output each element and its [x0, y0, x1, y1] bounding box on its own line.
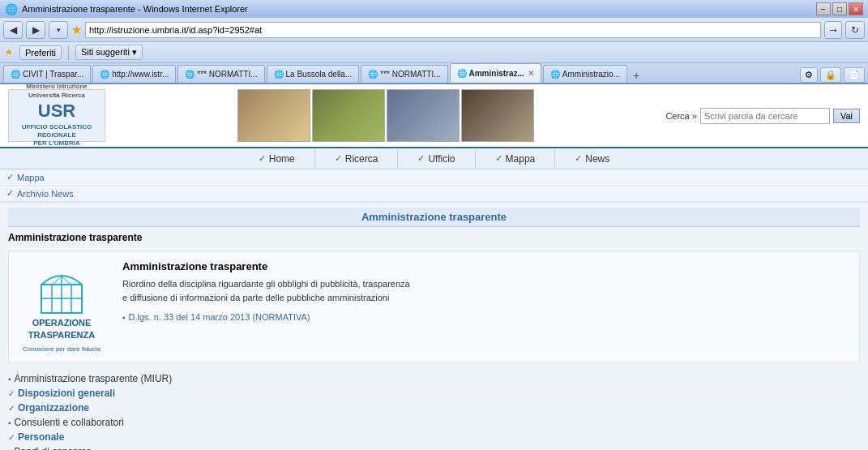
site-photo-1	[237, 89, 310, 142]
menu-link-consulenti[interactable]: Consulenti e collaboratori	[15, 417, 124, 428]
mappa-arrow: ✓	[6, 172, 14, 182]
window-controls: − □ ✕	[816, 2, 863, 15]
maximize-button[interactable]: □	[832, 2, 847, 15]
favorites-bar: ★ Preferiti Siti suggeriti ▾	[0, 42, 868, 63]
site-nav: ✓ Home ✓ Ricerca ✓ Ufficio ✓ Mappa ✓ New…	[0, 148, 868, 169]
ie-safety-button[interactable]: 🔒	[820, 67, 841, 83]
nav-mappa[interactable]: ✓ Mappa	[476, 150, 556, 168]
menu-icon-personale: ✓	[8, 433, 15, 442]
site-logo: Ministero IstruzioneUniversità Ricerca U…	[8, 89, 105, 142]
breadcrumb-mappa-link[interactable]: Mappa	[17, 173, 45, 182]
nav-home-label: Home	[269, 153, 295, 165]
op-description: Riordino della disciplina riguardante gl…	[122, 277, 851, 304]
operazione-box: OPERAZIONE TRASPARENZA Conoscere per dar…	[8, 251, 860, 363]
address-input[interactable]	[85, 22, 821, 38]
new-tab-button[interactable]: +	[629, 68, 644, 83]
ricerca-check: ✓	[335, 153, 342, 164]
go-button[interactable]: →	[824, 21, 842, 39]
menu-link-bandi[interactable]: Bandi di concorso	[15, 446, 92, 450]
breadcrumb-mappa: ✓ Mappa	[0, 169, 868, 186]
tab-icon: 🌐	[457, 69, 467, 78]
menu-link-organizzazione[interactable]: Organizzazione	[18, 402, 89, 414]
site-photo-2	[312, 89, 385, 142]
nav-home[interactable]: ✓ Home	[239, 150, 315, 168]
forward-button[interactable]: ▶	[26, 21, 45, 39]
nav-ufficio[interactable]: ✓ Ufficio	[398, 150, 475, 168]
tab-icon: 🌐	[11, 70, 20, 79]
site-photo-4	[461, 89, 534, 142]
mappa-check: ✓	[495, 153, 502, 164]
normativa-link[interactable]: ▪ D.lgs. n. 33 del 14 marzo 2013 (NORMAT…	[122, 312, 851, 322]
tab-label: http://www.istr...	[112, 70, 169, 79]
op-logo: OPERAZIONE TRASPARENZA Conoscere per dar…	[17, 260, 106, 354]
tab-bussola[interactable]: 🌐 La Bussola della...	[267, 65, 360, 83]
menu-icon-disposizioni: ✓	[8, 389, 15, 398]
nav-news[interactable]: ✓ News	[555, 150, 629, 168]
menu-icon-consulenti: ▪	[8, 418, 11, 427]
close-button[interactable]: ✕	[849, 2, 863, 15]
siti-suggeriti-button[interactable]: Siti suggeriti ▾	[75, 45, 143, 60]
tab-amministraz-active[interactable]: 🌐 Amministraz... ✕	[450, 63, 541, 83]
menu-icon-miur: ▪	[8, 375, 11, 384]
nav-news-label: News	[585, 153, 609, 165]
favorites-label: Preferiti	[25, 48, 56, 58]
tab-civit[interactable]: 🌐 CIVIT | Traspar...	[3, 65, 91, 83]
back-button[interactable]: ◀	[3, 21, 23, 39]
tab-icon: 🌐	[185, 70, 195, 79]
tabs-bar: 🌐 CIVIT | Traspar... 🌐 http://www.istr..…	[0, 63, 868, 84]
menu-item-consulenti: ▪ Consulenti e collaboratori	[8, 415, 860, 430]
tab-icon: 🌐	[274, 70, 284, 79]
ie-page-button[interactable]: 📄	[844, 67, 865, 83]
window-icon: 🌐	[5, 3, 18, 15]
menu-item-organizzazione: ✓ Organizzazione	[8, 401, 860, 415]
dropdown-button[interactable]: ▾	[49, 21, 68, 39]
tab-label: CIVIT | Traspar...	[23, 70, 83, 79]
search-row: Cerca » Vai	[665, 108, 860, 124]
tab-icon: 🌐	[550, 70, 560, 79]
link-icon: ▪	[122, 313, 126, 322]
tab-normatti2[interactable]: 🌐 *** NORMATTI...	[361, 65, 447, 83]
menu-item-miur: ▪ Amministrazione trasparente (MIUR)	[8, 371, 860, 386]
minimize-button[interactable]: −	[816, 2, 831, 15]
address-bar: ◀ ▶ ▾ ★ → ↻	[0, 18, 868, 42]
menu-link-miur[interactable]: Amministrazione trasparente (MIUR)	[15, 373, 173, 384]
tab-label: La Bussola della...	[286, 70, 353, 79]
tab-amministrazio[interactable]: 🌐 Amministrazio...	[543, 65, 627, 83]
favorites-star-icon: ★	[5, 47, 13, 58]
menu-item-bandi: ▪ Bandi di concorso	[8, 444, 860, 450]
nav-ricerca[interactable]: ✓ Ricerca	[315, 150, 399, 168]
tab-icon: 🌐	[368, 70, 378, 79]
search-button[interactable]: Vai	[833, 109, 860, 123]
favorite-star[interactable]: ★	[71, 23, 82, 37]
title-bar: 🌐 Amministrazione trasparente - Windows …	[0, 0, 868, 18]
page-title: Amministrazione trasparente	[361, 211, 507, 223]
menu-link-personale[interactable]: Personale	[18, 431, 64, 443]
window-title: Amministrazione trasparente - Windows In…	[22, 4, 816, 14]
refresh-button[interactable]: ↻	[845, 21, 865, 39]
search-label: Cerca »	[665, 111, 697, 121]
breadcrumb-archivio-link[interactable]: Archivio News	[17, 189, 74, 199]
ufficio-check: ✓	[417, 153, 425, 164]
tab-normatti1[interactable]: 🌐 *** NORMATTI...	[177, 65, 264, 83]
menu-link-disposizioni[interactable]: Disposizioni generali	[18, 388, 115, 399]
tab-label: *** NORMATTI...	[197, 70, 257, 79]
tab-istr[interactable]: 🌐 http://www.istr...	[92, 65, 176, 83]
tab-icon: 🌐	[100, 70, 109, 79]
logo-umbria: UFFICIO SCOLASTICO REGIONALEPER L'UMBRIA	[12, 123, 101, 148]
search-input[interactable]	[700, 108, 830, 124]
op-logo-text: OPERAZIONE TRASPARENZA Conoscere per dar…	[23, 317, 100, 354]
breadcrumb-archivio: ✓ Archivio News	[0, 186, 868, 202]
nav-ufficio-label: Ufficio	[428, 153, 455, 165]
main-content: Amministrazione trasparente Amministrazi…	[0, 203, 868, 450]
ie-tools-button[interactable]: ⚙	[800, 67, 818, 83]
archivio-arrow: ✓	[6, 188, 14, 199]
breadcrumb-area: ✓ Mappa ✓ Archivio News	[0, 169, 868, 203]
op-title: Amministrazione trasparente	[122, 260, 851, 272]
menu-item-disposizioni: ✓ Disposizioni generali	[8, 386, 860, 401]
tab-close-icon[interactable]: ✕	[528, 69, 534, 78]
nav-ricerca-label: Ricerca	[345, 153, 378, 165]
site-photo-3	[387, 89, 460, 142]
tab-label: Amministraz...	[469, 69, 524, 78]
favorites-button[interactable]: Preferiti	[19, 45, 62, 60]
news-check: ✓	[575, 153, 582, 164]
